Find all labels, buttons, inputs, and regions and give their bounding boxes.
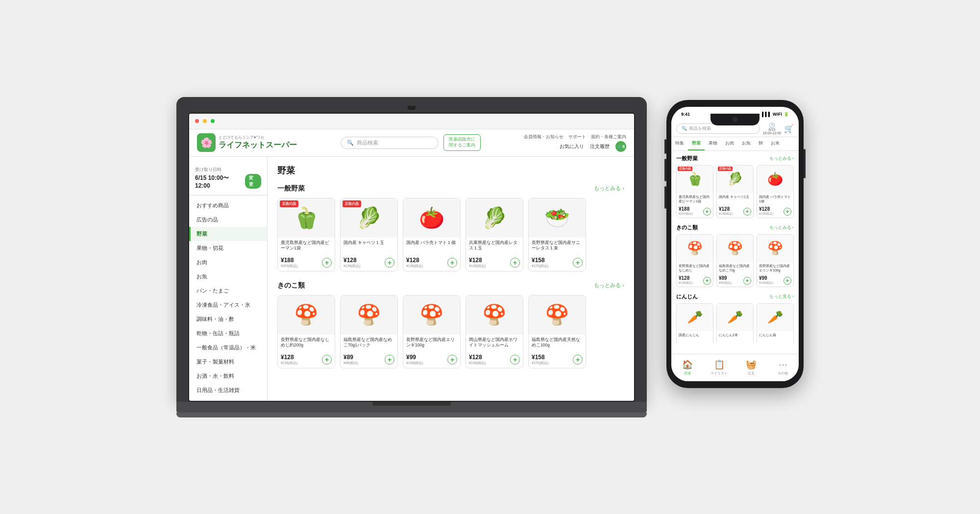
product-price-eringi: ¥99 bbox=[406, 354, 423, 361]
phone-product-name-shimeji: 長野県産など国内産なしめじ bbox=[679, 264, 711, 275]
sidebar-item-drug-baby[interactable]: ドラッグ・ベビー・介護用品 bbox=[189, 397, 267, 402]
phone-time: 9:41 bbox=[681, 112, 690, 117]
browser-close-dot bbox=[195, 119, 199, 123]
phone-product-price-cabbage: ¥128 bbox=[719, 206, 733, 212]
laptop-notch bbox=[408, 106, 416, 110]
product-image-pepper: 広告の品 🫑 bbox=[278, 198, 335, 238]
sidebar-item-bread-eggs[interactable]: パン・たまご bbox=[189, 284, 267, 298]
section-header-ippan-yasai: 一般野菜 もっとみる › bbox=[277, 184, 624, 193]
sidebar-item-seasoning[interactable]: 調味料・油・酢 bbox=[189, 312, 267, 326]
product-price-cabbage: ¥128 bbox=[343, 257, 360, 264]
add-to-cart-tomato[interactable]: + bbox=[447, 258, 457, 268]
nav-support[interactable]: サポート bbox=[568, 134, 586, 140]
phone-nav-other[interactable]: ⋯ その他 bbox=[767, 356, 799, 379]
sidebar-item-sale[interactable]: 広告の品 bbox=[189, 213, 267, 227]
product-price-tax-sunny-lettuce: ¥170(税込) bbox=[532, 264, 548, 269]
phone-product-card-cabbage: 広告の品 🥬 国内産 キャベツ1玉 ¥128 ¥138(税込) bbox=[716, 165, 754, 218]
phone-nav-other-label: その他 bbox=[778, 371, 788, 376]
phone-bottom-nav: 🏠 売場 📋 マイリスト 🧺 注文 ⋯ その他 bbox=[671, 354, 799, 381]
phone-add-to-cart-pepper[interactable]: + bbox=[703, 208, 711, 216]
add-to-cart-shimeji[interactable]: + bbox=[322, 355, 332, 365]
phone-more-link-ippan-yasai[interactable]: もっとみる › bbox=[769, 155, 794, 162]
phone-add-to-cart-nameko[interactable]: + bbox=[743, 277, 751, 285]
phone-product-name-ninjin2: にんじん2本 bbox=[719, 333, 751, 343]
laptop-screen: 🌸 とどけてもらうシア♥ワセ ライフネットスーパー 🔍 商品検索 bbox=[188, 113, 635, 402]
add-to-cart-nameko2[interactable]: + bbox=[573, 355, 583, 365]
product-image-tomato: 🍅 bbox=[403, 198, 460, 238]
sidebar-item-frozen[interactable]: 冷凍食品・アイス・氷 bbox=[189, 298, 267, 312]
phone-tab-yasai[interactable]: 野菜 bbox=[688, 137, 705, 150]
search-bar[interactable]: 🔍 商品検索 bbox=[341, 137, 439, 149]
phone-nav-sales[interactable]: 🏠 売場 bbox=[671, 356, 703, 379]
phone-tab-oniku[interactable]: お肉 bbox=[721, 137, 738, 150]
add-to-cart-eringi[interactable]: + bbox=[447, 355, 457, 365]
phone-more-link-kinoko[interactable]: もっとみる › bbox=[769, 224, 794, 231]
product-info-eringi: 長野県産など国内産エリンギ100g ¥99 ¥106(税込) + bbox=[403, 335, 460, 368]
phone-nav-order[interactable]: 🧺 注文 bbox=[735, 356, 767, 379]
add-to-cart-sunny-lettuce[interactable]: + bbox=[573, 258, 583, 268]
phone-tab-kudamono[interactable]: 果物 bbox=[705, 137, 721, 150]
add-to-cart-nameko[interactable]: + bbox=[385, 355, 394, 365]
change-delivery-button[interactable]: 変更 bbox=[245, 174, 261, 189]
add-to-cart-lettuce[interactable]: + bbox=[510, 258, 520, 268]
add-to-cart-cabbage[interactable]: + bbox=[385, 258, 394, 268]
sidebar-item-fruits[interactable]: 果物・切花 bbox=[189, 241, 267, 255]
phone-status-right: ▌▌▌ WiFi 🔋 bbox=[762, 112, 789, 117]
sidebar-delivery: 受け取り日時 6/15 10:00〜12:00 変更 bbox=[189, 163, 267, 196]
nav-member-info[interactable]: 会員情報・お知らせ bbox=[524, 134, 564, 140]
product-price-nameko2: ¥158 bbox=[532, 354, 548, 361]
phone-silent-button bbox=[664, 139, 666, 154]
sidebar-item-drinks[interactable]: お酒・水・飲料 bbox=[189, 369, 267, 383]
product-info-cabbage: 国内産 キャベツ１玉 ¥128 ¥138(税込) + bbox=[341, 238, 397, 271]
product-price-tax-eringi: ¥106(税込) bbox=[406, 361, 423, 366]
sidebar-item-fish[interactable]: お魚 bbox=[189, 269, 267, 284]
favorites-link[interactable]: お気に入り bbox=[560, 143, 584, 150]
phone-more-link-ninjin[interactable]: もっと見る › bbox=[769, 294, 794, 300]
phone-tab-tokushu[interactable]: 特集 bbox=[671, 137, 688, 150]
phone-product-info-eringi: 長野県産など国内産エリンギ100g ¥99 ¥106(税込) + bbox=[757, 262, 793, 287]
more-link-kinoko[interactable]: もっとみる › bbox=[594, 282, 624, 289]
sidebar-item-general-food[interactable]: 一般食品（常温品）・米 bbox=[189, 341, 267, 355]
phone-nav-mylist-icon: 📋 bbox=[714, 359, 725, 370]
sidebar-item-meat[interactable]: お肉 bbox=[189, 255, 267, 269]
product-card-eringi: 🍄 長野県産など国内産エリンギ100g ¥99 ¥106(税込) bbox=[403, 295, 461, 368]
phone-tab-osakana[interactable]: お魚 bbox=[738, 137, 755, 150]
product-name-lettuce: 兵庫県産など国内産レタス１玉 bbox=[469, 240, 520, 255]
phone-add-to-cart-eringi[interactable]: + bbox=[784, 277, 791, 285]
sidebar-item-dried-canned[interactable]: 乾物・缶詰・瓶詰 bbox=[189, 326, 267, 341]
site-logo: 🌸 とどけてもらうシア♥ワセ ライフネットスーパー bbox=[197, 133, 297, 152]
phone-tab-tamago[interactable]: 卵 bbox=[755, 137, 767, 150]
phone-product-name-pepper: 鹿児島県産など国内産ピーマン1袋 bbox=[679, 195, 711, 206]
phone-nav-mylist[interactable]: 📋 マイリスト bbox=[703, 356, 735, 379]
product-info-tomato: 国内産 バラ売トマト１個 ¥128 ¥138(税込) + bbox=[403, 238, 460, 271]
phone-product-card-ninjin1: 🥕 国産にんじん ¥98 ¥105(税込) + bbox=[676, 303, 713, 343]
add-to-cart-pepper[interactable]: + bbox=[322, 258, 332, 268]
section-title-kinoko: きのこ類 bbox=[277, 281, 305, 290]
sidebar-item-sweets[interactable]: 菓子・製菓材料 bbox=[189, 355, 267, 369]
more-link-ippan-yasai[interactable]: もっとみる › bbox=[594, 185, 624, 192]
product-price-row-nameko2: ¥158 ¥170(税込) + bbox=[532, 354, 583, 366]
phone-sale-badge-cabbage: 広告の品 bbox=[718, 167, 733, 171]
phone-products-row-ninjin: 🥕 国産にんじん ¥98 ¥105(税込) + bbox=[676, 303, 794, 343]
sidebar: 受け取り日時 6/15 10:00〜12:00 変更 おすすめ商品 広告の品 bbox=[189, 157, 268, 402]
phone-power-button bbox=[804, 149, 806, 178]
phone-add-to-cart-shimeji[interactable]: + bbox=[703, 277, 711, 285]
phone-cart-icon[interactable]: 🛒 bbox=[784, 124, 794, 133]
product-info-pepper: 鹿児島県産など国内産ピーマン1袋 ¥188 ¥203(税込) + bbox=[278, 238, 335, 271]
sidebar-item-daily[interactable]: 日用品・生活雑貨 bbox=[189, 383, 267, 397]
sidebar-item-recommended[interactable]: おすすめ商品 bbox=[189, 198, 267, 213]
medicine-button[interactable]: 医薬品販売に 関するご案内 bbox=[443, 134, 481, 150]
phone-add-to-cart-cabbage[interactable]: + bbox=[743, 208, 751, 216]
phone-add-to-cart-tomato[interactable]: + bbox=[784, 208, 791, 216]
sidebar-item-vegetables[interactable]: 野菜 bbox=[189, 227, 267, 241]
cart-button[interactable]: 🛒 8 bbox=[615, 141, 626, 152]
phone-delivery-time: 10:00-12:00 bbox=[763, 131, 781, 135]
phone-product-name-cabbage: 国内産 キャベツ1玉 bbox=[719, 195, 751, 206]
phone-product-info-tomato: 国内産 バラ売トマト1個 ¥128 ¥138(税込) + bbox=[757, 193, 793, 218]
add-to-cart-mushroom[interactable]: + bbox=[510, 355, 520, 365]
phone-product-image-shimeji: 🍄 bbox=[677, 235, 713, 262]
product-name-tomato: 国内産 バラ売トマト１個 bbox=[406, 240, 457, 255]
nav-terms[interactable]: 規約・各種ご案内 bbox=[591, 134, 626, 140]
phone-tab-okome[interactable]: お米 bbox=[767, 137, 784, 150]
order-history-link[interactable]: 注文履歴 bbox=[590, 143, 610, 150]
